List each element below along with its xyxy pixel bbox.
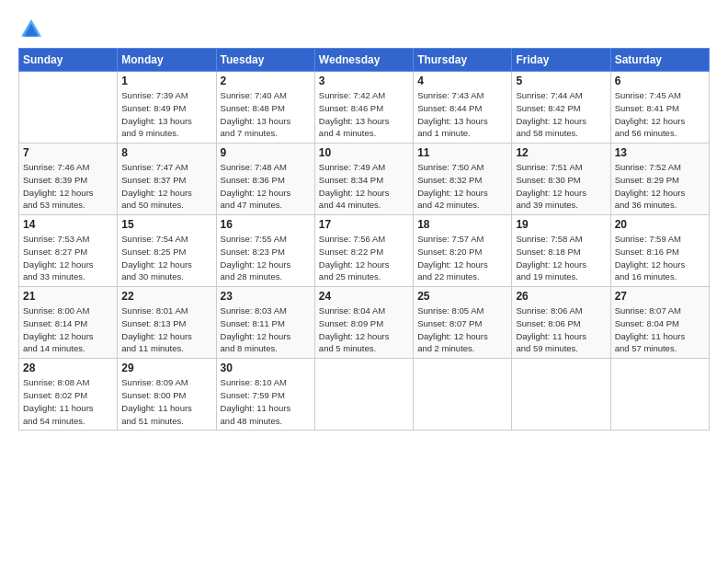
calendar-cell: 20Sunrise: 7:59 AM Sunset: 8:16 PM Dayli…	[610, 215, 709, 287]
calendar-cell: 16Sunrise: 7:55 AM Sunset: 8:23 PM Dayli…	[216, 215, 314, 287]
page: SundayMondayTuesdayWednesdayThursdayFrid…	[0, 0, 728, 563]
day-number: 15	[121, 218, 211, 231]
day-info: Sunrise: 7:43 AM Sunset: 8:44 PM Dayligh…	[417, 89, 507, 140]
day-info: Sunrise: 7:46 AM Sunset: 8:39 PM Dayligh…	[23, 161, 113, 212]
day-number: 30	[221, 362, 311, 374]
header-row	[18, 17, 710, 42]
day-number: 26	[516, 290, 606, 303]
day-number: 19	[516, 218, 606, 231]
calendar-cell: 1Sunrise: 7:39 AM Sunset: 8:49 PM Daylig…	[118, 72, 216, 144]
weekday-header-friday: Friday	[512, 49, 610, 72]
day-number: 20	[615, 218, 705, 231]
calendar-cell: 27Sunrise: 8:07 AM Sunset: 8:04 PM Dayli…	[610, 287, 709, 359]
day-number: 21	[23, 290, 113, 303]
calendar-cell: 2Sunrise: 7:40 AM Sunset: 8:48 PM Daylig…	[216, 72, 314, 144]
calendar-cell: 9Sunrise: 7:48 AM Sunset: 8:36 PM Daylig…	[216, 144, 314, 215]
calendar-cell: 25Sunrise: 8:05 AM Sunset: 8:07 PM Dayli…	[414, 287, 512, 359]
logo	[18, 17, 48, 42]
day-info: Sunrise: 7:57 AM Sunset: 8:20 PM Dayligh…	[417, 233, 507, 283]
calendar-cell: 17Sunrise: 7:56 AM Sunset: 8:22 PM Dayli…	[314, 215, 413, 287]
day-info: Sunrise: 8:00 AM Sunset: 8:14 PM Dayligh…	[23, 304, 113, 355]
calendar-cell: 7Sunrise: 7:46 AM Sunset: 8:39 PM Daylig…	[19, 144, 118, 215]
day-info: Sunrise: 8:07 AM Sunset: 8:04 PM Dayligh…	[615, 304, 705, 355]
calendar-cell: 6Sunrise: 7:45 AM Sunset: 8:41 PM Daylig…	[610, 72, 709, 144]
calendar-cell: 21Sunrise: 8:00 AM Sunset: 8:14 PM Dayli…	[19, 287, 118, 359]
calendar-cell: 11Sunrise: 7:50 AM Sunset: 8:32 PM Dayli…	[414, 144, 512, 215]
calendar-cell: 19Sunrise: 7:58 AM Sunset: 8:18 PM Dayli…	[512, 215, 610, 287]
day-number: 16	[221, 218, 311, 231]
day-number: 1	[121, 75, 211, 87]
calendar-cell: 13Sunrise: 7:52 AM Sunset: 8:29 PM Dayli…	[610, 144, 709, 215]
day-number: 10	[319, 146, 409, 159]
calendar-week-row: 14Sunrise: 7:53 AM Sunset: 8:27 PM Dayli…	[19, 215, 710, 287]
calendar-cell: 15Sunrise: 7:54 AM Sunset: 8:25 PM Dayli…	[118, 215, 216, 287]
day-info: Sunrise: 7:58 AM Sunset: 8:18 PM Dayligh…	[516, 233, 606, 283]
day-info: Sunrise: 7:44 AM Sunset: 8:42 PM Dayligh…	[516, 89, 606, 140]
calendar-cell: 4Sunrise: 7:43 AM Sunset: 8:44 PM Daylig…	[414, 72, 512, 144]
day-number: 18	[417, 218, 507, 231]
calendar-cell: 18Sunrise: 7:57 AM Sunset: 8:20 PM Dayli…	[414, 215, 512, 287]
day-info: Sunrise: 7:42 AM Sunset: 8:46 PM Dayligh…	[319, 89, 409, 140]
day-info: Sunrise: 7:54 AM Sunset: 8:25 PM Dayligh…	[121, 233, 211, 283]
day-number: 28	[23, 362, 113, 374]
weekday-header-wednesday: Wednesday	[314, 49, 413, 72]
weekday-header-saturday: Saturday	[610, 49, 709, 72]
day-number: 25	[417, 290, 507, 303]
calendar-week-row: 1Sunrise: 7:39 AM Sunset: 8:49 PM Daylig…	[19, 72, 710, 144]
day-info: Sunrise: 8:03 AM Sunset: 8:11 PM Dayligh…	[221, 304, 311, 355]
calendar-cell	[610, 359, 709, 431]
calendar-cell: 24Sunrise: 8:04 AM Sunset: 8:09 PM Dayli…	[314, 287, 413, 359]
calendar-cell: 3Sunrise: 7:42 AM Sunset: 8:46 PM Daylig…	[314, 72, 413, 144]
day-number: 23	[221, 290, 311, 303]
day-info: Sunrise: 7:45 AM Sunset: 8:41 PM Dayligh…	[615, 89, 705, 140]
day-number: 29	[121, 362, 211, 374]
day-number: 6	[615, 75, 705, 87]
calendar-week-row: 28Sunrise: 8:08 AM Sunset: 8:02 PM Dayli…	[19, 359, 710, 431]
day-info: Sunrise: 7:55 AM Sunset: 8:23 PM Dayligh…	[221, 233, 311, 283]
weekday-header-row: SundayMondayTuesdayWednesdayThursdayFrid…	[19, 49, 710, 72]
calendar-cell: 23Sunrise: 8:03 AM Sunset: 8:11 PM Dayli…	[216, 287, 314, 359]
day-info: Sunrise: 7:56 AM Sunset: 8:22 PM Dayligh…	[319, 233, 409, 283]
day-number: 27	[615, 290, 705, 303]
day-number: 14	[23, 218, 113, 231]
day-number: 12	[516, 146, 606, 159]
weekday-header-tuesday: Tuesday	[216, 49, 314, 72]
day-number: 22	[121, 290, 211, 303]
calendar-week-row: 21Sunrise: 8:00 AM Sunset: 8:14 PM Dayli…	[19, 287, 710, 359]
day-number: 3	[319, 75, 409, 87]
calendar-cell: 26Sunrise: 8:06 AM Sunset: 8:06 PM Dayli…	[512, 287, 610, 359]
calendar-table: SundayMondayTuesdayWednesdayThursdayFrid…	[18, 48, 710, 431]
day-info: Sunrise: 7:39 AM Sunset: 8:49 PM Dayligh…	[121, 89, 211, 140]
day-info: Sunrise: 7:52 AM Sunset: 8:29 PM Dayligh…	[615, 161, 705, 212]
day-number: 7	[23, 146, 113, 159]
weekday-header-monday: Monday	[118, 49, 216, 72]
day-number: 4	[417, 75, 507, 87]
calendar-cell	[19, 72, 118, 144]
day-info: Sunrise: 8:05 AM Sunset: 8:07 PM Dayligh…	[417, 304, 507, 355]
day-info: Sunrise: 7:48 AM Sunset: 8:36 PM Dayligh…	[221, 161, 311, 212]
day-info: Sunrise: 7:59 AM Sunset: 8:16 PM Dayligh…	[615, 233, 705, 283]
day-info: Sunrise: 7:50 AM Sunset: 8:32 PM Dayligh…	[417, 161, 507, 212]
calendar-cell: 12Sunrise: 7:51 AM Sunset: 8:30 PM Dayli…	[512, 144, 610, 215]
calendar-cell	[414, 359, 512, 431]
day-info: Sunrise: 7:53 AM Sunset: 8:27 PM Dayligh…	[23, 233, 113, 283]
calendar-cell: 28Sunrise: 8:08 AM Sunset: 8:02 PM Dayli…	[19, 359, 118, 431]
logo-icon	[18, 17, 44, 42]
calendar-cell: 14Sunrise: 7:53 AM Sunset: 8:27 PM Dayli…	[19, 215, 118, 287]
day-number: 13	[615, 146, 705, 159]
calendar-week-row: 7Sunrise: 7:46 AM Sunset: 8:39 PM Daylig…	[19, 144, 710, 215]
day-info: Sunrise: 7:47 AM Sunset: 8:37 PM Dayligh…	[121, 161, 211, 212]
day-info: Sunrise: 7:49 AM Sunset: 8:34 PM Dayligh…	[319, 161, 409, 212]
calendar-cell: 22Sunrise: 8:01 AM Sunset: 8:13 PM Dayli…	[118, 287, 216, 359]
calendar-cell	[314, 359, 413, 431]
calendar-cell: 29Sunrise: 8:09 AM Sunset: 8:00 PM Dayli…	[118, 359, 216, 431]
day-info: Sunrise: 8:06 AM Sunset: 8:06 PM Dayligh…	[516, 304, 606, 355]
day-info: Sunrise: 8:01 AM Sunset: 8:13 PM Dayligh…	[121, 304, 211, 355]
day-number: 5	[516, 75, 606, 87]
day-number: 24	[319, 290, 409, 303]
calendar-cell: 30Sunrise: 8:10 AM Sunset: 7:59 PM Dayli…	[216, 359, 314, 431]
day-number: 2	[221, 75, 311, 87]
day-info: Sunrise: 7:40 AM Sunset: 8:48 PM Dayligh…	[221, 89, 311, 140]
day-number: 8	[121, 146, 211, 159]
calendar-cell: 8Sunrise: 7:47 AM Sunset: 8:37 PM Daylig…	[118, 144, 216, 215]
